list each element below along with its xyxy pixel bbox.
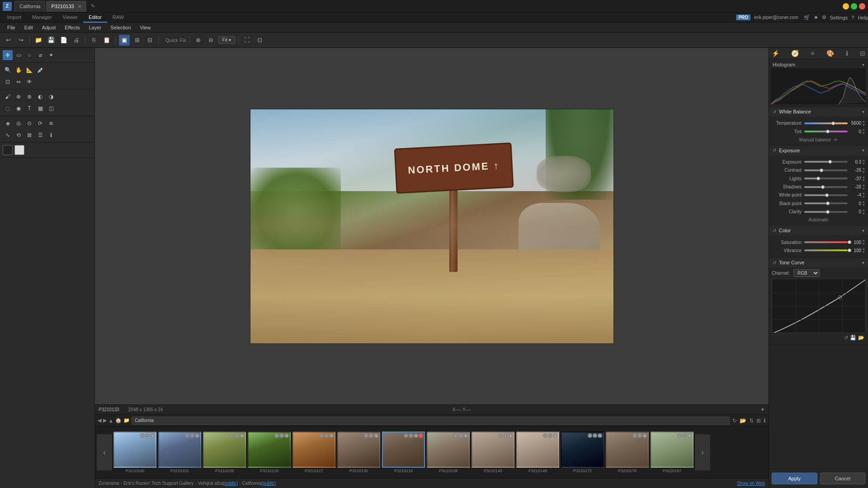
tool-text[interactable]: T [24,103,34,113]
temperature-thumb[interactable] [831,122,835,125]
filmstrip-item-P3220197[interactable]: i!✎P3220197 [651,432,693,473]
nav-viewer[interactable]: Viewer [57,13,83,23]
exposure-header[interactable]: ↺ Exposure ▾ [769,145,868,155]
folder-up[interactable]: ▲ [108,418,113,423]
navigation-icon[interactable]: 🧭 [791,50,799,57]
filmstrip-item-P3210139[interactable]: i!✎P3210139 [427,432,470,473]
tool-heal[interactable]: ⊕ [14,92,24,102]
list-icon[interactable]: ≡ [811,50,814,57]
tint-up-arrow[interactable]: ▲ [862,128,865,131]
tool-gradient[interactable]: ▦ [35,103,45,113]
tool-eyedropper[interactable]: 💉 [35,65,45,75]
tool-brush[interactable]: 🖌 [3,92,13,102]
folder-info[interactable]: ℹ [764,418,766,424]
tool-measure[interactable]: 📐 [24,65,34,75]
white-balance-header[interactable]: ↺ White Balance ▾ [769,107,868,117]
exposure-slider[interactable] [804,161,848,163]
tool-foreground-color[interactable] [3,145,13,155]
shadows-up[interactable]: ▲ [862,183,865,187]
tool-red-eye[interactable]: 👁 [24,77,34,87]
curve-load-icon[interactable]: 📂 [858,335,864,341]
folder-refresh[interactable]: ↻ [732,418,737,424]
folder-open[interactable]: 📁 [123,418,130,423]
view-compare[interactable]: ⊞ [132,35,142,46]
filmstrip-item-P3210148[interactable]: i!✎P3210148 [516,432,559,473]
tonecurve-reset-icon[interactable]: ↺ [773,260,776,265]
maximize-button[interactable] [851,3,857,9]
histogram-expand[interactable]: ▾ [862,62,864,67]
folder-back[interactable]: ◀ [98,418,101,423]
zoom-out-button[interactable]: ⊖ [206,35,217,46]
exposure-reset-icon[interactable]: ↺ [773,148,776,153]
tint-thumb[interactable] [826,130,830,133]
tool-adjust-local[interactable]: ◈ [3,118,13,128]
tool-clone[interactable]: ⊗ [24,92,34,102]
folder-home[interactable]: 🏠 [115,418,122,423]
exposure-thumb[interactable] [828,160,832,164]
filmstrip-scroll-left[interactable]: ‹ [97,434,113,470]
filmstrip-item-P3220178[interactable]: i!✎P3220178 [606,432,649,473]
folder-path-input[interactable] [132,417,730,425]
shadows-slider[interactable] [804,186,848,188]
blackpoint-slider[interactable] [804,202,848,204]
filmstrip-item-P3210140[interactable]: i!✎P3210140 [472,432,514,473]
nav-manager[interactable]: Manager [27,13,57,23]
path-california[interactable]: California [242,481,261,486]
copy-button[interactable]: ⎘ [89,35,99,46]
whitepoint-thumb[interactable] [825,193,829,197]
view-single[interactable]: ▣ [119,35,130,46]
contrast-thumb[interactable] [820,169,823,172]
curve-reset-icon[interactable]: ↺ [844,335,848,341]
tool-magic-wand[interactable]: ✦ [46,50,56,60]
tool-vignette[interactable]: ◎ [14,118,24,128]
info-icon[interactable]: ℹ [846,50,848,57]
tint-slider[interactable] [804,131,848,132]
tool-compare-view[interactable]: ⊠ [24,130,34,140]
whitepoint-down[interactable]: ▼ [862,195,865,199]
filmstrip-item-P3210100[interactable]: i!✎P3210100 [113,432,156,473]
path-gallery[interactable]: Erik's Rockin' Tech Support Gallery [123,481,193,486]
curve-canvas[interactable] [772,279,866,333]
blackpoint-up[interactable]: ▲ [862,200,865,204]
menu-layer[interactable]: Layer [85,23,106,33]
tool-spot[interactable]: ⊙ [24,118,34,128]
color-header[interactable]: ↺ Color ▾ [769,225,868,235]
clarity-down[interactable]: ▼ [862,212,865,216]
clarity-up[interactable]: ▲ [862,208,865,212]
redo-button[interactable]: ↪ [15,35,26,46]
tool-crop[interactable]: ⊡ [3,77,13,87]
saturation-up[interactable]: ▲ [862,239,865,242]
layers-icon[interactable]: ⊟ [860,50,865,57]
tool-zoom[interactable]: 🔍 [3,65,13,75]
temp-up-arrow[interactable]: ▲ [862,120,865,123]
clarity-slider[interactable] [804,211,848,213]
tab-california[interactable]: California [14,1,45,12]
help-icon[interactable]: ? [851,15,854,20]
tool-burn[interactable]: ◑ [46,92,56,102]
tool-move[interactable]: ✛ [3,50,13,60]
channel-select[interactable]: RGB Red Green Blue [793,269,820,277]
filmstrip-item-P3210101[interactable]: i!✎P3210101 [158,432,201,473]
shadows-thumb[interactable] [821,185,825,189]
lights-up[interactable]: ▲ [862,175,865,179]
palette-icon[interactable]: 🎨 [826,50,834,57]
tool-hand[interactable]: ✋ [14,65,24,75]
saturation-down[interactable]: ▼ [862,242,865,246]
gear-icon[interactable]: ⚙ [822,14,826,20]
nav-editor[interactable]: Editor [83,13,107,23]
view-grid[interactable]: ⊟ [144,35,155,46]
filmstrip-item-P3210109[interactable]: i!✎P3210109 [203,432,246,473]
panel-toggle[interactable]: ▼ [760,407,765,412]
nav-import[interactable]: Import [2,13,27,23]
wb-reset-icon[interactable]: ↺ [773,109,776,114]
lights-slider[interactable] [804,178,848,179]
folder-view[interactable]: ⊞ [756,418,761,424]
vibrance-down[interactable]: ▼ [862,250,865,254]
filmstrip-item-P3210130[interactable]: i!✎P3210130 [337,432,380,473]
temperature-slider[interactable] [804,122,848,124]
wb-expand-icon[interactable]: ▾ [862,109,864,114]
vibrance-slider[interactable] [804,249,848,251]
blackpoint-thumb[interactable] [826,202,830,205]
show-on-web-link[interactable]: Show on Web [737,481,765,486]
path-public1[interactable]: (public) [223,481,238,486]
